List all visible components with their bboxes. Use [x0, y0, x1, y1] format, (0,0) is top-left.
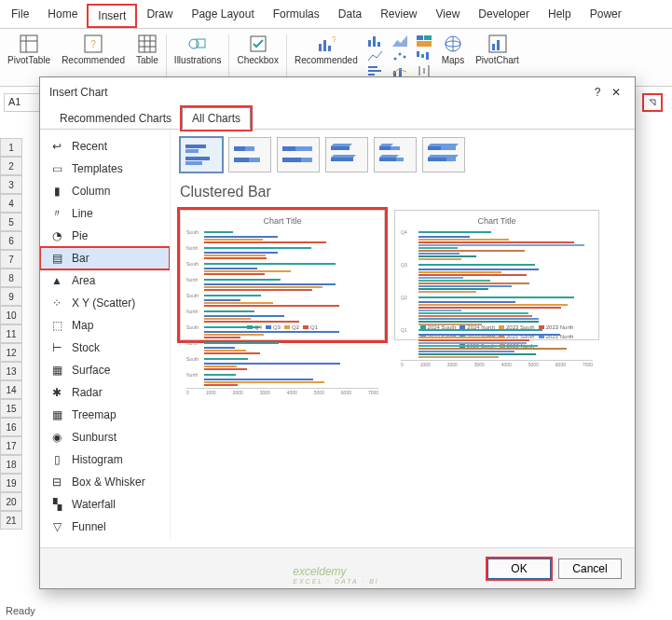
- chart-type-bar[interactable]: ▤Bar: [40, 247, 170, 269]
- histogram-icon: ▯: [49, 452, 64, 467]
- chart-type-stock[interactable]: ⊢Stock: [40, 337, 170, 359]
- chart-type-pie[interactable]: ◔Pie: [40, 225, 170, 247]
- row-header-col: 1 2 3 4 5 6 7 8 9 10 11 12 13 14 15 16 1…: [0, 138, 22, 530]
- recommended-charts-icon: ?: [317, 34, 336, 53]
- row-header[interactable]: 18: [0, 455, 22, 474]
- row-header[interactable]: 9: [0, 287, 22, 306]
- chart-type-boxwhisker[interactable]: ⊟Box & Whisker: [40, 471, 170, 493]
- table-icon: [138, 34, 157, 53]
- recommended-charts-label: Recommended: [295, 55, 358, 65]
- insert-chart-dialog: Insert Chart ? ✕ Recommended Charts All …: [39, 76, 636, 589]
- close-button[interactable]: ✕: [607, 83, 625, 102]
- svg-rect-41: [492, 44, 495, 50]
- chart-type-line[interactable]: 〃Line: [40, 202, 170, 225]
- chart-type-sunburst[interactable]: ◉Sunburst: [40, 426, 170, 448]
- row-header[interactable]: 16: [0, 418, 22, 436]
- row-header[interactable]: 13: [0, 362, 22, 380]
- chart-type-area[interactable]: ▲Area: [40, 269, 170, 292]
- tab-file[interactable]: File: [2, 4, 38, 28]
- row-header[interactable]: 3: [0, 175, 22, 194]
- row-header[interactable]: 19: [0, 474, 22, 492]
- subtype-row: [180, 137, 625, 172]
- svg-rect-14: [323, 40, 326, 51]
- row-header[interactable]: 5: [0, 213, 22, 231]
- row-header[interactable]: 21: [0, 511, 22, 530]
- row-header[interactable]: 17: [0, 436, 22, 455]
- tab-power[interactable]: Power: [581, 4, 631, 28]
- surface-icon: ▦: [49, 363, 64, 378]
- chart-type-label: Treemap: [72, 408, 117, 421]
- funnel-icon: ▽: [49, 519, 64, 534]
- tab-draw[interactable]: Draw: [137, 4, 182, 28]
- subtype-100-stacked-bar[interactable]: [277, 137, 320, 172]
- tab-view[interactable]: View: [427, 4, 470, 28]
- svg-rect-53: [282, 158, 301, 162]
- subtype-stacked-bar[interactable]: [228, 137, 271, 172]
- tab-insert[interactable]: Insert: [87, 4, 137, 28]
- chart-type-combo[interactable]: ⊻Combo: [40, 538, 170, 539]
- chart-type-histogram[interactable]: ▯Histogram: [40, 448, 170, 471]
- row-header[interactable]: 12: [0, 343, 22, 362]
- tab-recommended-charts[interactable]: Recommended Charts: [49, 107, 182, 130]
- tab-home[interactable]: Home: [38, 4, 87, 28]
- svg-rect-19: [377, 42, 380, 47]
- tab-help[interactable]: Help: [539, 4, 581, 28]
- stock-chart-icon: [416, 64, 432, 77]
- tab-page-layout[interactable]: Page Layout: [182, 4, 263, 28]
- row-header[interactable]: 6: [0, 231, 22, 250]
- preview-2[interactable]: Chart Title Q4Q3Q2Q101000200030004000500…: [394, 210, 599, 340]
- chart-type-templates[interactable]: ▭Templates: [40, 158, 170, 180]
- subtype-3d-100-stacked-bar[interactable]: [422, 137, 465, 172]
- chart-type-recent[interactable]: ↩Recent: [40, 135, 170, 158]
- tab-developer[interactable]: Developer: [469, 4, 539, 28]
- row-header[interactable]: 1: [0, 138, 22, 157]
- subtype-3d-stacked-bar[interactable]: [374, 137, 417, 172]
- row-header[interactable]: 4: [0, 194, 22, 213]
- chart-type-treemap[interactable]: ▦Treemap: [40, 404, 170, 426]
- chart-type-surface[interactable]: ▦Surface: [40, 359, 170, 381]
- svg-rect-22: [368, 74, 375, 76]
- area-icon: ▲: [49, 273, 64, 288]
- name-box[interactable]: A1: [4, 93, 41, 112]
- chart-type-scatter[interactable]: ⁘X Y (Scatter): [40, 292, 170, 314]
- svg-rect-52: [295, 146, 312, 151]
- row-header[interactable]: 8: [0, 269, 22, 287]
- line-chart-icon: [367, 49, 384, 62]
- tab-formulas[interactable]: Formulas: [264, 4, 329, 28]
- row-header[interactable]: 15: [0, 399, 22, 418]
- svg-rect-32: [421, 54, 424, 58]
- pie-icon: ◔: [49, 228, 64, 243]
- tab-all-charts[interactable]: All Charts: [182, 107, 251, 130]
- row-header[interactable]: 20: [0, 492, 22, 511]
- tab-data[interactable]: Data: [329, 4, 371, 28]
- help-button[interactable]: ?: [588, 83, 607, 102]
- illustrations-label: Illustrations: [174, 55, 222, 65]
- radar-icon: ✱: [49, 385, 64, 400]
- chart-type-column[interactable]: ▮Column: [40, 180, 170, 202]
- preview-1[interactable]: Chart Title SouthNorthSouthNorthSouthNor…: [180, 210, 385, 340]
- row-header[interactable]: 11: [0, 324, 22, 343]
- svg-rect-18: [373, 36, 376, 47]
- cancel-button[interactable]: Cancel: [558, 558, 622, 579]
- row-header[interactable]: 2: [0, 157, 22, 175]
- subtype-3d-clustered-bar[interactable]: [325, 137, 368, 172]
- chart-type-funnel[interactable]: ▽Funnel: [40, 516, 170, 538]
- ok-button[interactable]: OK: [487, 558, 551, 579]
- subtype-clustered-bar[interactable]: [180, 137, 223, 172]
- row-header[interactable]: 7: [0, 250, 22, 269]
- chart-type-map[interactable]: ⬚Map: [40, 314, 170, 337]
- chart-type-radar[interactable]: ✱Radar: [40, 381, 170, 404]
- row-header[interactable]: 10: [0, 306, 22, 324]
- charts-dialog-launcher[interactable]: [642, 93, 663, 112]
- svg-text:?: ?: [90, 39, 96, 49]
- pivotchart-icon: [488, 34, 507, 53]
- row-header[interactable]: 14: [0, 380, 22, 399]
- svg-rect-42: [497, 40, 500, 50]
- chart-type-label: Box & Whisker: [72, 475, 145, 489]
- chart-type-label: Sunburst: [72, 431, 117, 444]
- tab-review[interactable]: Review: [371, 4, 426, 28]
- chart-type-label: Line: [72, 207, 93, 220]
- line-icon: 〃: [49, 206, 64, 221]
- chart-type-waterfall[interactable]: ▚Waterfall: [40, 493, 170, 516]
- bar-icon: ▤: [49, 251, 64, 266]
